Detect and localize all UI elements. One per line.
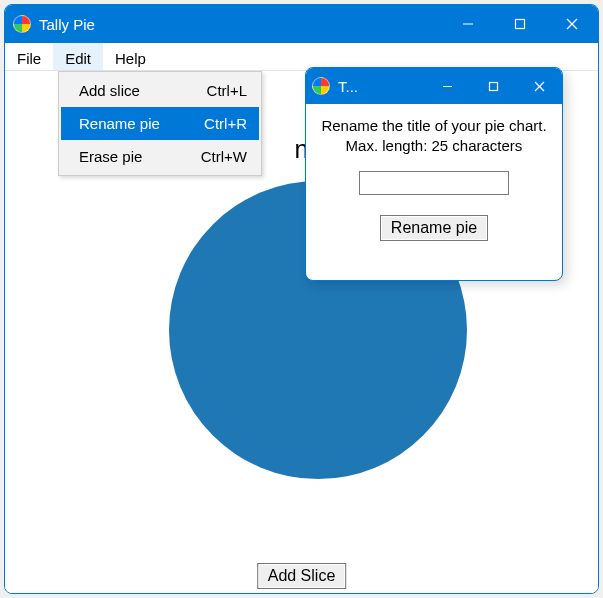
- rename-input[interactable]: [359, 171, 509, 195]
- menu-item-rename-pie[interactable]: Rename pie Ctrl+R: [61, 107, 259, 140]
- dialog-close-button[interactable]: [516, 68, 562, 104]
- app-icon: [312, 77, 330, 95]
- add-slice-button[interactable]: Add Slice: [257, 563, 347, 589]
- menu-item-label: Rename pie: [79, 115, 204, 132]
- app-title: Tally Pie: [39, 16, 442, 33]
- menu-item-shortcut: Ctrl+W: [201, 148, 247, 165]
- svg-rect-1: [516, 20, 525, 29]
- dialog-titlebar[interactable]: T...: [306, 68, 562, 104]
- minimize-button[interactable]: [442, 5, 494, 43]
- close-button[interactable]: [546, 5, 598, 43]
- app-icon: [13, 15, 31, 33]
- menu-edit[interactable]: Edit: [53, 43, 103, 70]
- rename-submit-button[interactable]: Rename pie: [380, 215, 488, 241]
- rename-dialog: T... Rename the title of your pie chart.…: [305, 67, 563, 281]
- main-titlebar[interactable]: Tally Pie: [5, 5, 598, 43]
- menu-item-shortcut: Ctrl+L: [207, 82, 247, 99]
- dialog-text-line1: Rename the title of your pie chart.: [314, 116, 554, 136]
- dialog-title: T...: [338, 78, 424, 95]
- menu-item-label: Add slice: [79, 82, 207, 99]
- menu-item-add-slice[interactable]: Add slice Ctrl+L: [61, 74, 259, 107]
- menu-item-erase-pie[interactable]: Erase pie Ctrl+W: [61, 140, 259, 173]
- svg-rect-5: [489, 82, 497, 90]
- edit-dropdown: Add slice Ctrl+L Rename pie Ctrl+R Erase…: [58, 71, 262, 176]
- dialog-minimize-button[interactable]: [424, 68, 470, 104]
- dialog-maximize-button[interactable]: [470, 68, 516, 104]
- dialog-body: Rename the title of your pie chart. Max.…: [306, 104, 562, 241]
- dialog-text-line2: Max. length: 25 characters: [314, 136, 554, 156]
- menu-file[interactable]: File: [5, 43, 53, 70]
- menu-help[interactable]: Help: [103, 43, 158, 70]
- maximize-button[interactable]: [494, 5, 546, 43]
- menu-item-shortcut: Ctrl+R: [204, 115, 247, 132]
- menu-item-label: Erase pie: [79, 148, 201, 165]
